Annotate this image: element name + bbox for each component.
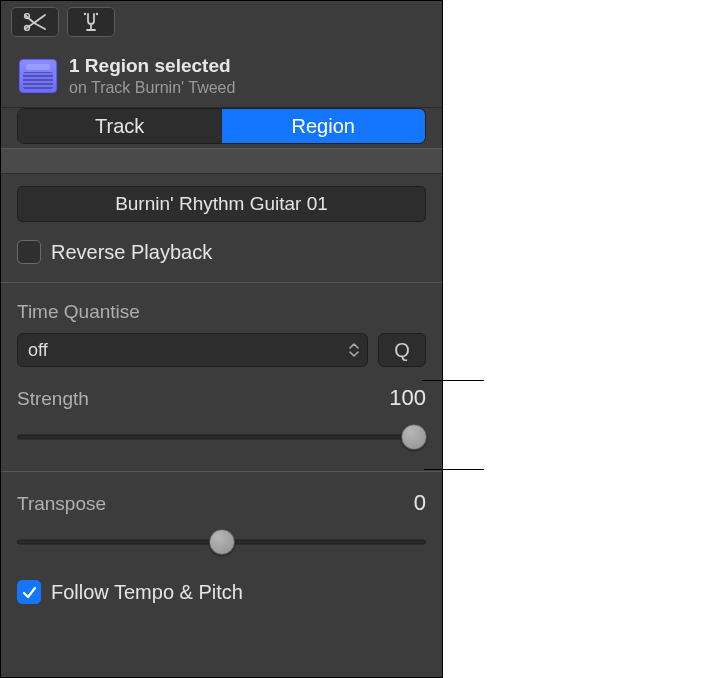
scissors-tool-button[interactable] bbox=[11, 7, 59, 37]
region-name-field[interactable]: Burnin' Rhythm Guitar 01 bbox=[17, 186, 426, 222]
callout-leader bbox=[422, 380, 484, 381]
strength-slider[interactable] bbox=[17, 421, 426, 453]
tab-track[interactable]: Track bbox=[18, 109, 222, 143]
top-toolbar bbox=[1, 1, 442, 41]
svg-point-2 bbox=[84, 13, 86, 15]
selection-title: 1 Region selected bbox=[69, 55, 235, 77]
time-quantise-label: Time Quantise bbox=[17, 301, 426, 323]
selection-subtitle: on Track Burnin' Tweed bbox=[69, 79, 235, 97]
amp-icon bbox=[19, 59, 57, 93]
slider-thumb[interactable] bbox=[401, 424, 427, 450]
svg-point-3 bbox=[96, 13, 98, 15]
reverse-playback-label: Reverse Playback bbox=[51, 241, 212, 264]
section-divider bbox=[1, 148, 442, 174]
tuning-fork-tool-button[interactable] bbox=[67, 7, 115, 37]
time-quantise-dropdown[interactable]: off bbox=[17, 333, 368, 367]
follow-tempo-row: Follow Tempo & Pitch bbox=[17, 580, 426, 604]
slider-thumb[interactable] bbox=[209, 529, 235, 555]
transpose-slider[interactable] bbox=[17, 526, 426, 558]
follow-tempo-label: Follow Tempo & Pitch bbox=[51, 581, 243, 604]
strength-label: Strength bbox=[17, 388, 89, 410]
reverse-playback-checkbox[interactable] bbox=[17, 240, 41, 264]
divider bbox=[1, 282, 442, 283]
transpose-label: Transpose bbox=[17, 493, 106, 515]
quantise-button[interactable]: Q bbox=[378, 333, 426, 367]
inspector-panel: 1 Region selected on Track Burnin' Tweed… bbox=[0, 0, 443, 678]
strength-value[interactable]: 100 bbox=[389, 385, 426, 411]
selection-header: 1 Region selected on Track Burnin' Tweed bbox=[1, 41, 442, 108]
divider bbox=[1, 471, 442, 472]
tab-region[interactable]: Region bbox=[222, 109, 426, 143]
callout-leader bbox=[424, 469, 484, 470]
transpose-value[interactable]: 0 bbox=[414, 490, 426, 516]
slider-track bbox=[17, 435, 426, 440]
track-region-segmented: Track Region bbox=[17, 108, 426, 144]
check-icon bbox=[22, 585, 37, 600]
updown-icon bbox=[349, 342, 359, 358]
reverse-playback-row: Reverse Playback bbox=[17, 240, 426, 264]
time-quantise-value: off bbox=[28, 340, 48, 361]
follow-tempo-checkbox[interactable] bbox=[17, 580, 41, 604]
